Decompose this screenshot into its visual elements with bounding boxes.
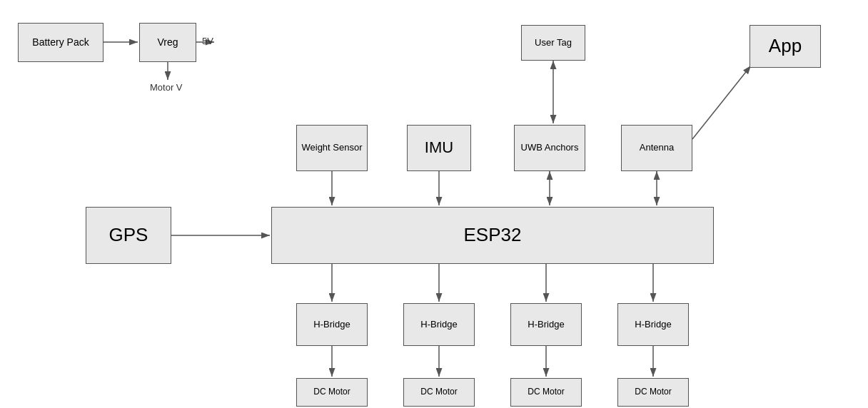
gps-box: GPS (86, 207, 171, 264)
vreg-box: Vreg (139, 23, 196, 62)
hbridge4-box: H-Bridge (617, 303, 689, 346)
imu-box: IMU (407, 125, 471, 171)
antenna-box: Antenna (621, 125, 692, 171)
dc-motor4-box: DC Motor (617, 378, 689, 407)
battery-pack-box: Battery Pack (18, 23, 104, 62)
arrows-layer (0, 0, 868, 408)
esp32-box: ESP32 (271, 207, 714, 264)
svg-line-11 (692, 66, 751, 139)
diagram: Battery Pack Vreg GPS ESP32 Weight Senso… (0, 0, 868, 408)
uwb-anchors-box: UWB Anchors (514, 125, 585, 171)
hbridge2-box: H-Bridge (403, 303, 475, 346)
hbridge3-box: H-Bridge (510, 303, 582, 346)
five-v-label: 5V (202, 36, 213, 46)
dc-motor2-box: DC Motor (403, 378, 475, 407)
motor-v-label: Motor V (150, 82, 183, 93)
weight-sensor-box: Weight Sensor (296, 125, 368, 171)
hbridge1-box: H-Bridge (296, 303, 368, 346)
app-box: App (750, 25, 821, 68)
dc-motor1-box: DC Motor (296, 378, 368, 407)
dc-motor3-box: DC Motor (510, 378, 582, 407)
user-tag-box: User Tag (521, 25, 585, 61)
